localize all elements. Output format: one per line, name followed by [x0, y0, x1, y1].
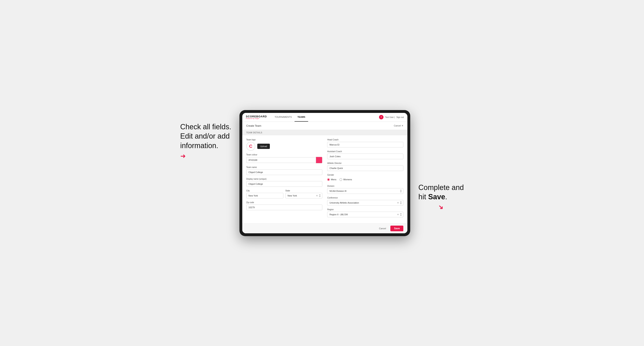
team-logo-group: Team logo C Upload	[246, 139, 322, 151]
sign-out-link[interactable]: Sign out	[396, 116, 404, 118]
team-logo-label: Team logo	[246, 139, 322, 141]
state-select-wrapper: New York ✕ ▲▼	[286, 193, 322, 198]
header-cancel-link[interactable]: Cancel ✕	[394, 124, 403, 127]
team-colour-group: Team colour	[246, 154, 322, 163]
gender-womens-radio[interactable]	[340, 178, 342, 181]
brand-title: SCOREBOARD	[246, 115, 267, 118]
gender-mens-radio[interactable]	[327, 178, 330, 181]
city-group: City	[246, 189, 284, 198]
team-colour-label: Team colour	[246, 154, 322, 156]
save-button[interactable]: Save	[390, 226, 403, 231]
form-body: Team logo C Upload Team colour	[242, 135, 408, 223]
region-select[interactable]: Region II - (M) DIII	[327, 212, 403, 217]
gender-group: Gender Mens Womens	[327, 174, 403, 182]
navbar: SCOREBOARD Powered by clippd TOURNAMENTS…	[242, 113, 408, 122]
display-name-input[interactable]	[246, 181, 322, 187]
assistant-coach-group: Assistant Coach	[327, 150, 403, 159]
team-logo-circle: C	[246, 142, 255, 151]
gender-label: Gender	[327, 174, 403, 176]
annotation-left: Check all fields. Edit and/or add inform…	[180, 110, 231, 160]
cancel-button[interactable]: Cancel	[376, 226, 388, 231]
city-state-row: City State New York ✕ ▲▼	[246, 189, 322, 198]
nav-links: TOURNAMENTS TEAMS	[272, 113, 379, 122]
gender-mens-text: Mens	[331, 178, 336, 181]
gender-mens-label[interactable]: Mens	[327, 178, 336, 181]
form-col-right: Head Coach Assistant Coach Athletic Dire…	[327, 139, 403, 220]
annotation-right: Complete and hit Save. ➜	[418, 110, 464, 211]
main-content: Create Team Cancel ✕ TEAM DETAILS Team l…	[242, 122, 408, 233]
user-avatar: T	[379, 115, 384, 119]
nav-right: T Test User | Sign out	[379, 115, 404, 119]
athletic-director-label: Athletic Director	[327, 162, 403, 164]
tablet-screen: SCOREBOARD Powered by clippd TOURNAMENTS…	[242, 113, 408, 233]
team-colour-input[interactable]	[246, 157, 316, 163]
assistant-coach-label: Assistant Coach	[327, 150, 403, 153]
create-team-title: Create Team	[246, 124, 261, 127]
create-team-header: Create Team Cancel ✕	[242, 122, 408, 130]
athletic-director-group: Athletic Director	[327, 162, 403, 171]
zip-input[interactable]	[246, 204, 322, 210]
annotation-line2: Edit and/or add	[180, 132, 230, 140]
gender-womens-label[interactable]: Womens	[340, 178, 352, 181]
nav-teams[interactable]: TEAMS	[294, 113, 308, 122]
upload-button[interactable]: Upload	[257, 144, 270, 149]
zip-label: Zip code	[246, 201, 322, 203]
display-name-label: Display name (unique)	[246, 178, 322, 180]
logo-area: C Upload	[246, 142, 322, 151]
gender-womens-text: Womens	[343, 178, 352, 181]
head-coach-group: Head Coach	[327, 139, 403, 148]
brand-subtitle: Powered by clippd	[246, 118, 267, 119]
color-input-group	[246, 157, 322, 163]
state-group: State New York ✕ ▲▼	[286, 189, 322, 198]
tablet-frame: SCOREBOARD Powered by clippd TOURNAMENTS…	[240, 110, 410, 236]
assistant-coach-input[interactable]	[327, 154, 403, 159]
state-clear-icon[interactable]: ✕	[316, 194, 318, 197]
head-coach-input[interactable]	[327, 142, 403, 148]
conference-clear-icon[interactable]: ✕	[397, 201, 399, 204]
region-label: Region	[327, 208, 403, 211]
brand: SCOREBOARD Powered by clippd	[246, 115, 267, 119]
athletic-director-input[interactable]	[327, 165, 403, 171]
city-input[interactable]	[246, 193, 284, 198]
division-select-wrapper: NCAA Division III ▲▼	[327, 188, 403, 194]
annotation-line1: Check all fields.	[180, 123, 231, 131]
conference-label: Conference	[327, 197, 403, 199]
head-coach-label: Head Coach	[327, 139, 403, 141]
conference-select[interactable]: University Athletic Association	[327, 200, 403, 205]
color-swatch[interactable]	[316, 157, 322, 163]
division-select[interactable]: NCAA Division III	[327, 188, 403, 194]
arrow-right-icon: ➜	[180, 152, 186, 160]
annotation-line3: information.	[180, 142, 218, 150]
region-select-wrapper: Region II - (M) DIII ✕ ▲▼	[327, 212, 403, 217]
gender-row: Mens Womens	[327, 177, 403, 182]
region-group: Region Region II - (M) DIII ✕ ▲▼	[327, 208, 403, 217]
zip-group: Zip code	[246, 201, 322, 210]
close-icon: ✕	[402, 124, 403, 127]
conference-group: Conference University Athletic Associati…	[327, 197, 403, 205]
conference-select-wrapper: University Athletic Association ✕ ▲▼	[327, 200, 403, 205]
team-name-group: Team name	[246, 166, 322, 175]
nav-tournaments[interactable]: TOURNAMENTS	[272, 113, 295, 122]
nav-user-text: Test User |	[385, 116, 395, 118]
display-name-group: Display name (unique)	[246, 178, 322, 187]
division-label: Division	[327, 185, 403, 187]
team-name-input[interactable]	[246, 169, 322, 175]
annotation-right-line1: Complete and	[418, 183, 464, 192]
division-group: Division NCAA Division III ▲▼	[327, 185, 403, 194]
city-label: City	[246, 189, 284, 192]
state-label: State	[286, 189, 322, 192]
team-name-label: Team name	[246, 166, 322, 168]
form-col-left: Team logo C Upload Team colour	[246, 139, 322, 220]
form-footer: Cancel Save	[242, 223, 408, 233]
section-header: TEAM DETAILS	[242, 130, 408, 135]
region-clear-icon[interactable]: ✕	[397, 213, 399, 216]
